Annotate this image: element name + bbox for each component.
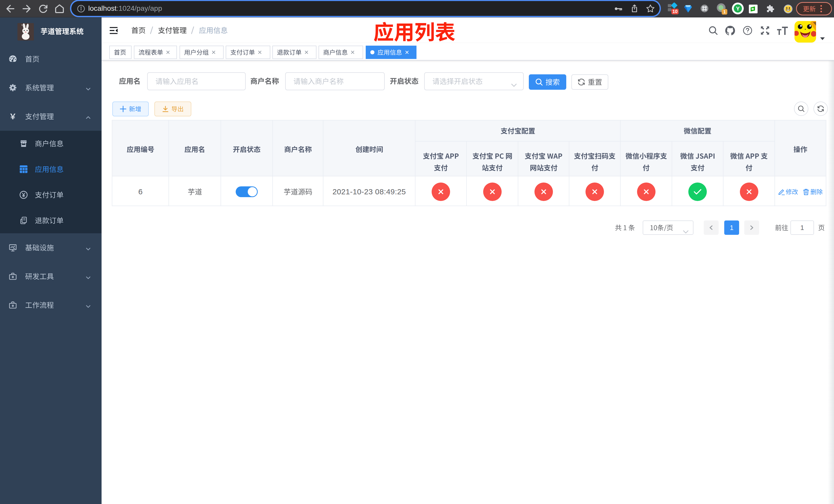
- svg-text:1: 1: [723, 9, 726, 14]
- svg-text:Y: Y: [736, 5, 740, 12]
- svg-text:10: 10: [673, 9, 678, 14]
